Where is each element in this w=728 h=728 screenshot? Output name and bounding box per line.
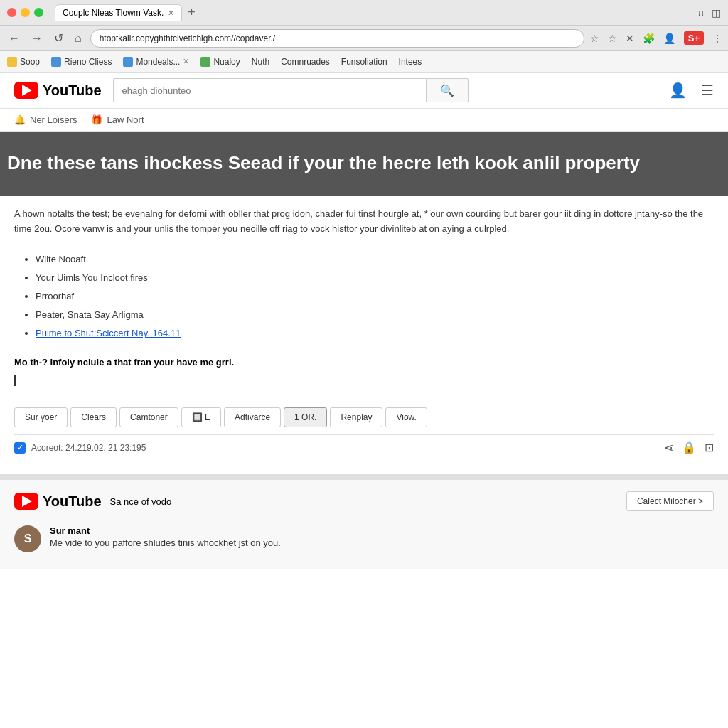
bookmark-mondeals[interactable]: Mondeals... ✕ [123, 57, 189, 67]
yt-header: YouTube 🔍 👤 ☰ [0, 73, 728, 109]
yt-nav-notifications[interactable]: 🔔 Ner Loisers [14, 114, 77, 125]
menu-dots[interactable]: ⋮ [712, 33, 722, 44]
expand-icon[interactable]: ⊡ [705, 441, 714, 454]
yt-footer-logo: YouTube Sa nce of vodo [14, 493, 171, 510]
bookmarks-bar: Soop Rieno Cliess Mondeals... ✕ Nualoy N… [0, 51, 728, 73]
yt-play-triangle [22, 85, 32, 96]
bookmark-mondeals-icon [123, 57, 133, 67]
yt-search-input[interactable] [113, 78, 426, 102]
yt-hero: Dne these tans ihockess Seead if your th… [0, 132, 728, 196]
text-cursor [14, 375, 16, 386]
yt-cursor-line [14, 372, 714, 386]
back-button[interactable]: ← [6, 31, 23, 46]
home-button[interactable]: ⌂ [72, 31, 85, 46]
bookmark-nualoy-label: Nualoy [213, 57, 240, 67]
bookmark-mondeals-close[interactable]: ✕ [183, 57, 189, 66]
yt-nav-lawnort[interactable]: 🎁 Law Nort [91, 114, 144, 125]
action-adtivarce[interactable]: Adtivarce [224, 407, 281, 427]
yt-footer-logo-text: YouTube [43, 493, 102, 510]
yt-header-right: 👤 ☰ [669, 82, 714, 99]
yt-footer-play-triangle [22, 496, 32, 507]
yt-user-icon[interactable]: 👤 [669, 82, 687, 99]
action-1or[interactable]: 1 OR. [284, 407, 327, 427]
browser-titlebar: Couplc Nleas Tlowm Vask. ✕ + π ◫ [0, 0, 728, 26]
bookmark-funsoliation[interactable]: Funsoliation [341, 57, 387, 67]
list-item-1-text: Wiite Nooaft [36, 254, 86, 264]
yt-bold-text: Mo th-? Infoly nclule a that fran your h… [14, 357, 714, 368]
yt-menu-icon[interactable]: ☰ [701, 82, 714, 99]
action-icon-e[interactable]: 🔲 E [181, 407, 221, 427]
yt-main: A hown notalts the test; be evenalng for… [0, 207, 728, 475]
tab-close-button[interactable]: ✕ [168, 9, 174, 18]
action-camtoner[interactable]: Camtoner [119, 407, 178, 427]
refresh-button[interactable]: ↺ [51, 30, 66, 46]
yt-nav: 🔔 Ner Loisers 🎁 Law Nort [0, 109, 728, 132]
bookmark-funsoliation-label: Funsoliation [341, 57, 387, 67]
close-icon[interactable]: ✕ [626, 33, 634, 44]
forward-button[interactable]: → [28, 31, 46, 46]
list-item-5: Puime to Shut:Sciccert Nay. 164.11 [36, 324, 714, 343]
tab-label: Couplc Nleas Tlowm Vask. [63, 8, 164, 18]
tab-bar: Couplc Nleas Tlowm Vask. ✕ + [55, 4, 692, 21]
yt-footer-section: YouTube Sa nce of vodo Calect Milocher >… [0, 474, 728, 569]
yt-logo-icon [14, 82, 38, 99]
yt-footer-subtitle: Sa nce of vodo [110, 496, 172, 507]
bookmark-nuth-label: Nuth [252, 57, 269, 67]
action-sur-yoer[interactable]: Sur yoer [14, 407, 68, 427]
action-clears[interactable]: Clears [70, 407, 117, 427]
close-button[interactable] [7, 8, 16, 17]
yt-footer-logo-icon[interactable]: YouTube [14, 493, 102, 510]
action-renplay[interactable]: Renplay [330, 407, 382, 427]
yt-comment-author: Sur mant [50, 525, 281, 536]
share-icon[interactable]: ⋖ [664, 441, 673, 454]
new-tab-button[interactable]: + [185, 5, 198, 20]
bookmark-soop[interactable]: Soop [7, 57, 40, 67]
bookmark-soop-label: Soop [20, 57, 40, 67]
yt-comment-content: Sur mant Me vide to you paffore shludes … [50, 525, 281, 552]
address-actions: ☆ ☆ ✕ 🧩 👤 S+ ⋮ [590, 31, 722, 45]
url-bar[interactable]: htoptkalir.copyghthtclvetichigh.com//cop… [90, 29, 584, 48]
list-item-3-text: Prroorhaf [36, 291, 74, 301]
yt-status-bar: ✓ Acoreot: 24.219.02, 21 23:195 ⋖ 🔒 ⊡ [14, 434, 714, 460]
list-item-3: Prroorhaf [36, 287, 714, 306]
bookmark-star2[interactable]: ☆ [608, 33, 617, 44]
bookmark-intees[interactable]: Intees [399, 57, 422, 67]
yt-status-text: Acoreot: 24.219.02, 21 23:195 [31, 443, 146, 453]
yt-search-bar: 🔍 [113, 78, 469, 102]
yt-status-right: ⋖ 🔒 ⊡ [664, 441, 714, 454]
traffic-lights [7, 8, 43, 17]
bookmark-comnruades[interactable]: Comnruades [281, 57, 330, 67]
yt-status-left: ✓ Acoreot: 24.219.02, 21 23:195 [14, 442, 146, 454]
maximize-button[interactable] [34, 8, 43, 17]
bookmark-nualoy[interactable]: Nualoy [200, 57, 240, 67]
url-text: htoptkalir.copyghthtclvetichigh.com//cop… [100, 33, 275, 43]
yt-hero-title: Dne these tans ihockess Seead if your th… [7, 151, 721, 176]
action-viow[interactable]: Viow. [385, 407, 427, 427]
bookmark-nuth[interactable]: Nuth [252, 57, 269, 67]
bookmark-intees-label: Intees [399, 57, 422, 67]
yt-comment-avatar: S [14, 525, 41, 552]
yt-logo[interactable]: YouTube [14, 82, 102, 99]
google-icon[interactable]: S+ [684, 31, 704, 45]
bookmark-comnruades-label: Comnruades [281, 57, 330, 67]
yt-list: Wiite Nooaft Your Uimls You Incloot fire… [14, 250, 714, 343]
yt-footer-btn[interactable]: Calect Milocher > [626, 491, 714, 511]
tab-icon-square: ◫ [712, 7, 721, 18]
bookmark-rieno[interactable]: Rieno Cliess [51, 57, 112, 67]
tab-active[interactable]: Couplc Nleas Tlowm Vask. ✕ [55, 4, 182, 21]
extensions-icon[interactable]: 🧩 [643, 33, 655, 44]
list-item-4: Peater, Snata Say Arligma [36, 306, 714, 324]
minimize-button[interactable] [21, 8, 30, 17]
browser-right-icons: π ◫ [697, 7, 721, 18]
bookmark-rieno-label: Rieno Cliess [64, 57, 112, 67]
list-item-2: Your Uimls You Incloot fires [36, 269, 714, 287]
list-item-5-link[interactable]: Puime to Shut:Sciccert Nay. 164.11 [36, 328, 181, 338]
bookmark-nualoy-icon [200, 57, 210, 67]
profile-icon[interactable]: 👤 [663, 33, 675, 44]
yt-search-button[interactable]: 🔍 [426, 78, 469, 102]
yt-footer-header: YouTube Sa nce of vodo Calect Milocher > [14, 491, 714, 511]
bookmark-star1[interactable]: ☆ [590, 33, 599, 44]
search-icon: 🔍 [440, 84, 454, 97]
lock-icon[interactable]: 🔒 [682, 441, 696, 454]
list-item-2-text: Your Uimls You Incloot fires [36, 272, 148, 283]
